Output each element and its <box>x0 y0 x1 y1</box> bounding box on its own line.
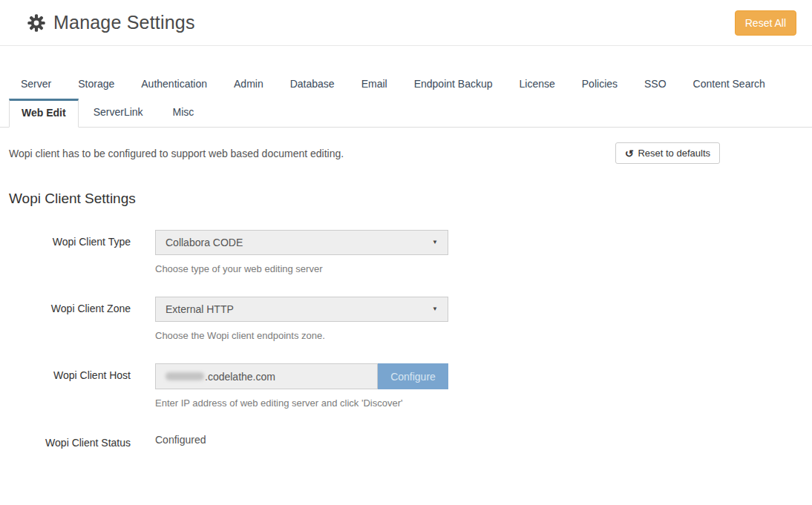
wopi-client-type-row: Wopi Client Type Collabora CODE ▼ Choose… <box>0 230 812 274</box>
tab-sso[interactable]: SSO <box>632 71 678 99</box>
tab-endpoint-backup[interactable]: Endpoint Backup <box>402 71 505 99</box>
wopi-client-zone-label: Wopi Client Zone <box>0 297 131 341</box>
wopi-client-status-value: Configured <box>155 431 206 446</box>
wopi-client-host-input[interactable]: .codelathe.com <box>155 363 378 389</box>
caret-down-icon: ▼ <box>432 240 438 245</box>
wopi-client-zone-value: External HTTP <box>166 303 234 315</box>
reset-to-defaults-button[interactable]: ↺ Reset to defaults <box>615 142 720 164</box>
tab-database[interactable]: Database <box>278 71 347 99</box>
wopi-client-status-label: Wopi Client Status <box>0 431 131 449</box>
tab-content-search[interactable]: Content Search <box>681 71 777 99</box>
main-tab-bar: Server Storage Authentication Admin Data… <box>0 71 812 99</box>
page-header: Manage Settings Reset All <box>0 0 812 46</box>
page-title: Manage Settings <box>53 12 195 33</box>
wopi-client-zone-select[interactable]: External HTTP ▼ <box>155 297 448 322</box>
panel-header: Wopi client has to be configured to supp… <box>9 142 803 164</box>
configure-button[interactable]: Configure <box>378 363 448 389</box>
reset-all-button[interactable]: Reset All <box>735 10 796 36</box>
tab-admin[interactable]: Admin <box>222 71 275 99</box>
wopi-client-host-row: Wopi Client Host .codelathe.com Configur… <box>0 363 812 409</box>
wopi-client-host-value: .codelathe.com <box>205 371 275 383</box>
wopi-client-type-select[interactable]: Collabora CODE ▼ <box>155 230 448 255</box>
caret-down-icon: ▼ <box>432 306 438 312</box>
wopi-client-zone-row: Wopi Client Zone External HTTP ▼ Choose … <box>0 297 812 341</box>
panel-description: Wopi client has to be configured to supp… <box>9 142 344 159</box>
section-title: Wopi Client Settings <box>9 191 803 207</box>
wopi-client-type-help: Choose type of your web editing server <box>155 263 448 274</box>
tab-policies[interactable]: Policies <box>570 71 629 99</box>
gear-icon <box>27 13 46 33</box>
subtab-serverlink[interactable]: ServerLink <box>79 99 158 127</box>
wopi-client-type-label: Wopi Client Type <box>0 230 131 274</box>
wopi-client-host-help: Enter IP address of web editing server a… <box>155 397 448 409</box>
tab-license[interactable]: License <box>508 71 567 99</box>
wopi-client-zone-help: Choose the Wopi client endpoints zone. <box>155 330 448 341</box>
tab-email[interactable]: Email <box>350 71 399 99</box>
subtab-misc[interactable]: Misc <box>158 99 209 127</box>
redacted-host-prefix <box>166 372 204 380</box>
wopi-client-type-value: Collabora CODE <box>166 237 243 248</box>
wopi-client-status-row: Wopi Client Status Configured <box>0 431 812 449</box>
wopi-settings-form: Wopi Client Type Collabora CODE ▼ Choose… <box>0 230 812 449</box>
reset-to-defaults-label: Reset to defaults <box>638 148 710 159</box>
subtab-web-edit[interactable]: Web Edit <box>9 99 79 128</box>
rotate-left-icon: ↺ <box>625 148 634 159</box>
wopi-client-host-label: Wopi Client Host <box>0 363 131 409</box>
tab-authentication[interactable]: Authentication <box>129 71 219 99</box>
tab-storage[interactable]: Storage <box>66 71 126 99</box>
tab-server[interactable]: Server <box>9 71 63 99</box>
sub-tab-bar: Web Edit ServerLink Misc <box>0 99 812 128</box>
